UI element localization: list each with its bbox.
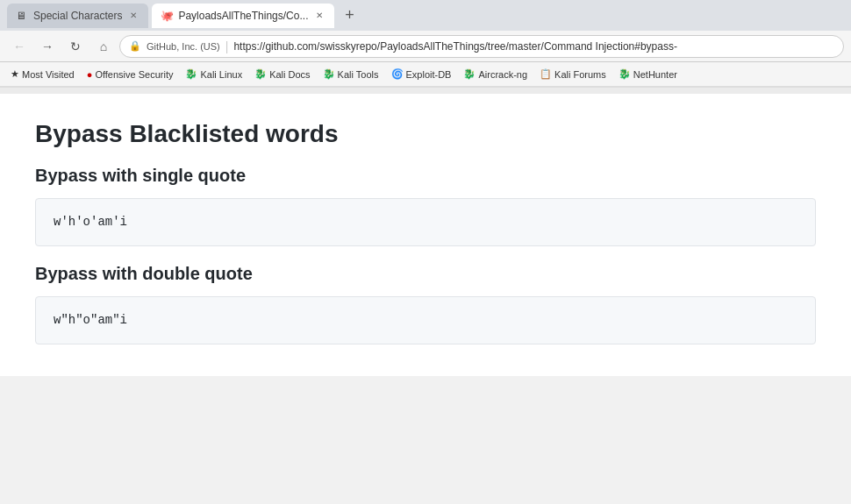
back-icon: ← <box>13 39 25 53</box>
title-bar: 🖥 Special Characters ✕ 🐙 PayloadsAllTheT… <box>0 0 851 31</box>
home-button[interactable]: ⌂ <box>91 34 116 59</box>
kali-docs-icon: 🐉 <box>254 68 267 80</box>
bookmark-nethunter-label: NetHunter <box>633 69 677 80</box>
page-content: Bypass Blacklisted words Bypass with sin… <box>0 87 851 376</box>
aircrack-ng-icon: 🐉 <box>463 68 476 80</box>
tab1-label: Special Characters <box>33 10 122 22</box>
bookmark-kali-docs-label: Kali Docs <box>269 69 310 80</box>
bookmark-kali-tools-label: Kali Tools <box>338 69 379 80</box>
site-info: GitHub, Inc. (US) <box>147 41 220 52</box>
section1-heading: Bypass with single quote <box>35 166 816 186</box>
kali-linux-icon: 🐉 <box>185 68 197 80</box>
bookmark-nethunter[interactable]: 🐉 NetHunter <box>613 67 683 82</box>
address-separator: | <box>225 39 229 53</box>
top-divider <box>0 87 851 94</box>
forward-icon: → <box>41 39 54 53</box>
bookmarks-bar: ★ Most Visited ● Offensive Security 🐉 Ka… <box>0 62 851 87</box>
bookmark-kali-docs[interactable]: 🐉 Kali Docs <box>249 67 315 82</box>
section1-code: w'h'o'am'i <box>54 215 127 229</box>
bookmark-kali-forums[interactable]: 📋 Kali Forums <box>534 67 611 82</box>
nethunter-icon: 🐉 <box>619 68 631 80</box>
bookmark-most-visited[interactable]: ★ Most Visited <box>5 67 80 82</box>
reload-button[interactable]: ↻ <box>63 34 88 59</box>
content-area: Bypass Blacklisted words Bypass with sin… <box>0 94 851 376</box>
section2-heading: Bypass with double quote <box>35 264 816 284</box>
tab-special-characters[interactable]: 🖥 Special Characters ✕ <box>7 4 148 28</box>
bookmark-kali-tools[interactable]: 🐉 Kali Tools <box>318 67 384 82</box>
home-icon: ⌂ <box>100 39 107 53</box>
bookmark-most-visited-label: Most Visited <box>22 69 75 80</box>
bookmark-kali-forums-label: Kali Forums <box>554 69 606 80</box>
kali-forums-icon: 📋 <box>540 68 552 80</box>
url-text: https://github.com/swisskyrepo/PayloadsA… <box>233 40 677 53</box>
section2-code: w"h"o"am"i <box>54 313 127 327</box>
exploit-db-icon: 🌀 <box>391 68 404 80</box>
tab2-label: PayloadsAllTheThings/Co... <box>178 10 308 22</box>
bookmark-kali-linux[interactable]: 🐉 Kali Linux <box>180 67 247 82</box>
back-button[interactable]: ← <box>7 34 32 59</box>
offensive-security-icon: ● <box>87 69 93 80</box>
bookmark-kali-linux-label: Kali Linux <box>200 69 242 80</box>
tab-payloads[interactable]: 🐙 PayloadsAllTheThings/Co... ✕ <box>152 4 334 28</box>
bookmark-offensive-security[interactable]: ● Offensive Security <box>82 67 179 82</box>
reload-icon: ↻ <box>70 39 81 53</box>
tab2-icon: 🐙 <box>161 10 173 22</box>
bookmark-exploit-db-label: Exploit-DB <box>406 69 452 80</box>
bookmark-aircrack-ng[interactable]: 🐉 Aircrack-ng <box>458 67 533 82</box>
kali-tools-icon: 🐉 <box>323 68 335 80</box>
bookmark-aircrack-ng-label: Aircrack-ng <box>478 69 527 80</box>
new-tab-button[interactable]: + <box>338 4 361 27</box>
most-visited-icon: ★ <box>11 68 19 80</box>
nav-bar: ← → ↻ ⌂ 🔒 GitHub, Inc. (US) | https://gi… <box>0 31 851 62</box>
tab1-close[interactable]: ✕ <box>127 10 139 22</box>
tab2-close[interactable]: ✕ <box>313 10 325 22</box>
section1-code-block: w'h'o'am'i <box>35 198 816 246</box>
bookmark-exploit-db[interactable]: 🌀 Exploit-DB <box>386 67 457 82</box>
section2-code-block: w"h"o"am"i <box>35 296 816 344</box>
tab1-icon: 🖥 <box>16 10 28 22</box>
main-heading: Bypass Blacklisted words <box>35 120 816 148</box>
address-bar[interactable]: 🔒 GitHub, Inc. (US) | https://github.com… <box>119 35 844 58</box>
forward-button[interactable]: → <box>35 34 60 59</box>
bookmark-offensive-security-label: Offensive Security <box>95 69 173 80</box>
security-icon: 🔒 <box>129 40 141 52</box>
